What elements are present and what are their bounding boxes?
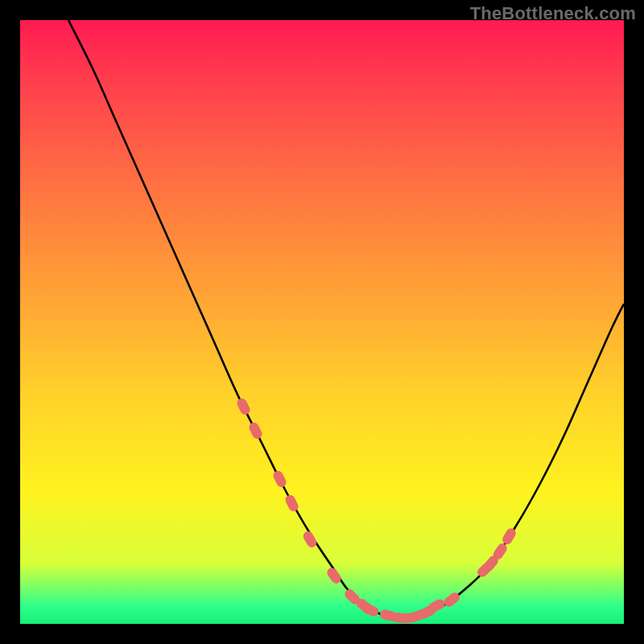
chart-frame: TheBottleneck.com [0, 0, 644, 644]
bottleneck-curve [20, 20, 624, 624]
curve-path [68, 20, 624, 618]
curve-marker [302, 530, 319, 549]
curve-marker [325, 566, 343, 585]
curve-marker [271, 469, 287, 489]
curve-marker [235, 397, 251, 416]
curve-marker [283, 493, 299, 513]
curve-marker [501, 526, 518, 546]
curve-marker [247, 421, 263, 440]
watermark-label: TheBottleneck.com [470, 3, 636, 24]
plot-area [20, 20, 624, 624]
curve-markers [235, 397, 518, 624]
